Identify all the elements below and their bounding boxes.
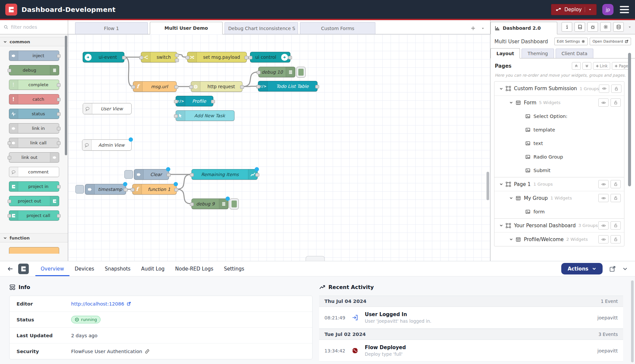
instance-tab-node-red-logs[interactable]: Node-RED Logs	[170, 261, 219, 276]
tree-group-form[interactable]: Form5 Widgets	[494, 95, 624, 109]
input-port[interactable]	[257, 71, 261, 74]
sidebar-tool-bug-button[interactable]	[587, 22, 598, 32]
deploy-button[interactable]: Deploy	[551, 4, 597, 15]
tree-page-your-personal-dashboard[interactable]: Your Personal Dashboard3 Groups	[494, 218, 624, 232]
node-clear[interactable]: Clear	[134, 169, 169, 180]
flow-tab-flow-1[interactable]: Flow 1	[75, 22, 148, 34]
node-timestamp[interactable]: timestamp	[85, 184, 126, 195]
hamburger-menu-icon[interactable]	[619, 5, 630, 15]
lock-toggle-button[interactable]	[611, 194, 621, 202]
palette-node-link-call[interactable]: link call	[9, 138, 59, 148]
node-set-msg-payload[interactable]: set msg.payload	[187, 52, 247, 62]
tree-chevron-icon[interactable]	[499, 182, 503, 186]
input-port[interactable]	[8, 156, 11, 160]
debug-enable-toggle[interactable]	[296, 67, 306, 78]
input-port[interactable]	[8, 69, 11, 72]
tree-page-page-1[interactable]: Page 11 Groups	[494, 177, 624, 191]
flow-tab-debug-chart-inconsistence-s[interactable]: Debug Chart Inconsistence S	[225, 22, 298, 34]
node-switch[interactable]: switch	[141, 52, 177, 62]
tree-chevron-icon[interactable]	[499, 224, 503, 227]
tree-widget-submit[interactable]: Submit	[494, 164, 624, 177]
tab-dashboard-2[interactable]: Dashboard 2.0	[490, 22, 557, 34]
output-port[interactable]	[315, 85, 319, 89]
palette-node-inject[interactable]: inject	[9, 51, 59, 61]
input-port[interactable]	[190, 173, 194, 177]
input-port[interactable]	[8, 214, 11, 218]
output-port[interactable]	[240, 85, 244, 89]
actions-button[interactable]: Actions	[561, 263, 603, 274]
tree-chevron-icon[interactable]	[499, 87, 503, 91]
node-admin-view[interactable]: Admin View	[82, 139, 132, 151]
palette-node-debug[interactable]: debug	[9, 65, 59, 75]
node-function-1[interactable]: ffunction 1	[132, 184, 177, 195]
node-todo-list-table[interactable]: </>Todo List Table	[258, 81, 318, 91]
security-link-icon[interactable]	[145, 349, 149, 354]
flow-list-caret-icon[interactable]	[481, 26, 485, 30]
input-port[interactable]	[190, 202, 194, 206]
node-remaining-items[interactable]: Remaining Items	[191, 169, 258, 180]
node-debug-10[interactable]: debug 10	[258, 67, 295, 77]
output-port[interactable]	[255, 173, 259, 177]
output-port[interactable]	[244, 56, 248, 59]
node-http-request[interactable]: http request	[191, 81, 242, 92]
tree-page-custom-form-submission[interactable]: Custom Form Submission1 Groups	[494, 82, 624, 95]
palette-scrollbar[interactable]	[65, 36, 67, 155]
wire[interactable]	[177, 174, 191, 189]
output-port[interactable]	[167, 173, 171, 177]
flowfuse-grey-logo-icon[interactable]	[18, 264, 29, 274]
palette-node-catch[interactable]: !catch	[9, 94, 59, 104]
bottom-panel-scrollbar[interactable]	[631, 280, 634, 362]
flow-tab-multi-user-demo[interactable]: Multi User Demo	[150, 22, 223, 34]
wire[interactable]	[177, 189, 191, 204]
input-port[interactable]	[256, 85, 260, 89]
palette-node-complete[interactable]: !complete	[9, 80, 59, 90]
input-port[interactable]	[189, 85, 193, 89]
output-port[interactable]	[57, 83, 61, 87]
sidebar-caret-icon[interactable]	[628, 25, 632, 29]
output-port[interactable]	[57, 214, 61, 218]
visibility-toggle-button[interactable]	[598, 180, 609, 188]
visibility-toggle-button[interactable]	[598, 98, 609, 107]
lock-toggle-button[interactable]	[611, 221, 621, 230]
activity-event-row[interactable]: 08:21:49 User Logged In User 'joepavitt'…	[319, 307, 623, 329]
tab-layout[interactable]: Layout	[490, 48, 520, 58]
panel-resize-handle[interactable]	[306, 256, 325, 261]
node-user-view[interactable]: User View	[83, 103, 132, 114]
palette-node-project-call[interactable]: project call	[9, 210, 59, 221]
sidebar-tool-gear-button[interactable]	[600, 22, 611, 32]
debug-enable-toggle[interactable]	[230, 199, 239, 209]
output-port-2[interactable]	[175, 58, 179, 62]
tree-widget-template[interactable]: template	[494, 123, 624, 136]
tree-widget-radio-group[interactable]: Radio Group	[494, 150, 624, 164]
node-debug-9[interactable]: debug 9	[191, 199, 229, 209]
palette-category-common[interactable]: common	[0, 37, 68, 46]
node-add-new-task[interactable]: Add New Task	[176, 110, 234, 121]
tree-group-my-group[interactable]: My Group1 Widgets	[494, 191, 624, 205]
instance-tab-snapshots[interactable]: Snapshots	[100, 261, 136, 276]
node-ui-control[interactable]: ui control	[250, 52, 290, 62]
node-ui-event[interactable]: ui-event	[83, 52, 124, 62]
collapse-all-button[interactable]	[572, 62, 581, 70]
tree-group-profile-welcome[interactable]: Profile/Welcome2 Widgets	[494, 232, 624, 246]
back-arrow-icon[interactable]	[7, 266, 13, 272]
wire[interactable]	[242, 86, 258, 87]
expand-all-button[interactable]	[582, 62, 591, 70]
input-port[interactable]	[131, 188, 135, 192]
flow-tab-custom-forms[interactable]: Custom Forms	[300, 22, 375, 34]
tree-chevron-icon[interactable]	[509, 196, 513, 200]
palette-search[interactable]: filter nodes	[0, 20, 68, 34]
sidebar-tool-info-button[interactable]	[562, 22, 572, 32]
output-port[interactable]	[57, 185, 61, 189]
wire[interactable]	[124, 57, 133, 87]
palette-node-partial[interactable]	[9, 247, 59, 254]
avatar[interactable]: jp	[602, 4, 614, 15]
palette-node-project-out[interactable]: project out	[9, 196, 59, 206]
tree-chevron-icon[interactable]	[509, 101, 513, 104]
flowfuse-logo-icon[interactable]	[5, 4, 17, 16]
sidebar-scrollbar[interactable]	[628, 53, 631, 186]
output-port[interactable]	[122, 56, 126, 59]
tree-widget-text[interactable]: text	[494, 136, 624, 150]
add-flow-icon[interactable]	[471, 26, 476, 31]
output-port[interactable]	[124, 188, 128, 192]
node-profile[interactable]: </>Profile	[176, 96, 213, 106]
